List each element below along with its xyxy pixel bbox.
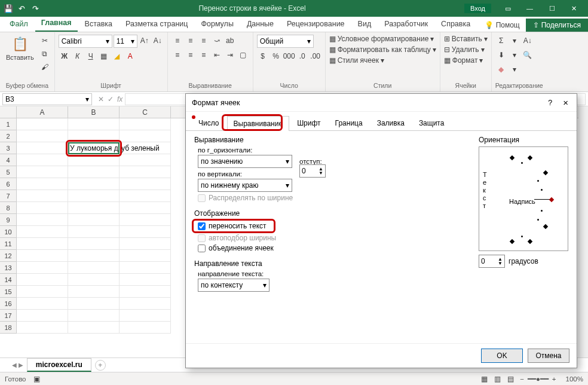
close-icon[interactable]: ✕ bbox=[564, 2, 584, 14]
cell[interactable] bbox=[120, 154, 171, 166]
cut-icon[interactable]: ✂ bbox=[39, 35, 51, 47]
tab-data[interactable]: Данные bbox=[241, 17, 280, 32]
align-middle-icon[interactable]: ≡ bbox=[185, 35, 197, 47]
cell[interactable] bbox=[68, 238, 120, 250]
cell[interactable] bbox=[120, 262, 171, 274]
row-header[interactable]: 17 bbox=[0, 310, 17, 322]
format-painter-icon[interactable]: 🖌 bbox=[39, 61, 51, 73]
paste-button[interactable]: 📋 Вставить bbox=[4, 35, 36, 73]
cell[interactable] bbox=[17, 250, 68, 262]
cell[interactable] bbox=[120, 178, 171, 190]
cell[interactable] bbox=[17, 130, 68, 142]
select-all-corner[interactable] bbox=[0, 106, 17, 118]
cell[interactable] bbox=[17, 274, 68, 286]
macro-record-icon[interactable]: ▣ bbox=[31, 373, 43, 385]
row-header[interactable]: 1 bbox=[0, 118, 17, 130]
wrap-text-checkbox[interactable]: переносить текст bbox=[198, 222, 267, 230]
insert-cells-button[interactable]: ⊞Вставить▾ bbox=[444, 35, 488, 43]
comma-icon[interactable]: 000 bbox=[283, 50, 295, 62]
dialog-tab-number[interactable]: Число bbox=[192, 115, 226, 130]
delete-cells-button[interactable]: ⊟Удалить▾ bbox=[444, 45, 488, 54]
cell[interactable] bbox=[120, 322, 171, 334]
row-header[interactable]: 3 bbox=[0, 142, 17, 154]
ok-button[interactable]: OK bbox=[481, 349, 523, 363]
orientation-control[interactable]: Т е к с т Надпись bbox=[479, 146, 568, 251]
shrink-font-icon[interactable]: A↓ bbox=[152, 35, 164, 47]
cell[interactable] bbox=[120, 274, 171, 286]
grow-font-icon[interactable]: A↑ bbox=[139, 35, 151, 47]
cell[interactable] bbox=[68, 118, 120, 130]
border-icon[interactable]: ▦ bbox=[98, 50, 110, 62]
row-header[interactable]: 16 bbox=[0, 298, 17, 310]
cell[interactable] bbox=[68, 154, 120, 166]
orientation-handle[interactable] bbox=[549, 197, 554, 202]
cell[interactable] bbox=[120, 286, 171, 298]
tab-insert[interactable]: Вставка bbox=[79, 17, 118, 32]
zoom-out-icon[interactable]: − bbox=[520, 375, 524, 383]
autosum-icon[interactable]: Σ bbox=[495, 35, 507, 47]
cell[interactable] bbox=[17, 154, 68, 166]
cell[interactable] bbox=[68, 274, 120, 286]
cell[interactable] bbox=[120, 298, 171, 310]
cell[interactable] bbox=[68, 202, 120, 214]
tab-review[interactable]: Рецензирование bbox=[281, 17, 351, 32]
tab-view[interactable]: Вид bbox=[352, 17, 378, 32]
cell[interactable] bbox=[120, 130, 171, 142]
tab-file[interactable]: Файл bbox=[4, 17, 34, 32]
cell[interactable] bbox=[17, 322, 68, 334]
cell[interactable] bbox=[17, 166, 68, 178]
chevron-down-icon[interactable]: ▾ bbox=[509, 35, 520, 47]
cell[interactable] bbox=[17, 262, 68, 274]
cell[interactable] bbox=[68, 190, 120, 202]
chevron-down-icon[interactable]: ▾ bbox=[509, 63, 520, 75]
cell-styles-button[interactable]: ▦Стили ячеек▾ bbox=[329, 56, 436, 65]
cancel-button[interactable]: Отмена bbox=[528, 349, 569, 363]
cell[interactable]: У лукоморья д bbox=[68, 142, 120, 154]
save-icon[interactable]: 💾 bbox=[4, 4, 13, 13]
col-header-b[interactable]: B bbox=[68, 106, 120, 118]
cell[interactable] bbox=[68, 178, 120, 190]
row-header[interactable]: 4 bbox=[0, 154, 17, 166]
cell[interactable] bbox=[17, 286, 68, 298]
cell[interactable] bbox=[120, 190, 171, 202]
fx-icon[interactable]: fx bbox=[117, 95, 122, 103]
dialog-tab-border[interactable]: Граница bbox=[329, 115, 369, 130]
share-button[interactable]: ⇪Поделиться bbox=[526, 19, 588, 32]
zoom-slider[interactable]: ━━●━━ bbox=[528, 375, 549, 383]
cell[interactable] bbox=[68, 310, 120, 322]
increase-indent-icon[interactable]: ⇥ bbox=[224, 49, 236, 61]
clear-icon[interactable]: ◆ bbox=[495, 63, 507, 75]
cell[interactable] bbox=[68, 166, 120, 178]
cell[interactable] bbox=[17, 190, 68, 202]
cell[interactable] bbox=[68, 298, 120, 310]
dialog-help-icon[interactable]: ? bbox=[548, 99, 552, 107]
cell[interactable] bbox=[17, 214, 68, 226]
redo-icon[interactable]: ↷ bbox=[31, 4, 40, 13]
cell[interactable] bbox=[68, 250, 120, 262]
maximize-icon[interactable]: ☐ bbox=[541, 2, 562, 14]
row-header[interactable]: 5 bbox=[0, 166, 17, 178]
number-format-select[interactable]: Общий▾ bbox=[257, 35, 314, 48]
normal-view-icon[interactable]: ▦ bbox=[478, 373, 490, 385]
tellme-search[interactable]: 💡Помощ bbox=[480, 19, 525, 32]
dialog-tab-protection[interactable]: Защита bbox=[412, 115, 451, 130]
chevron-down-icon[interactable]: ▾ bbox=[509, 49, 520, 61]
row-header[interactable]: 12 bbox=[0, 250, 17, 262]
cell[interactable] bbox=[68, 262, 120, 274]
orientation-icon[interactable]: ⤻ bbox=[211, 35, 223, 47]
cell[interactable] bbox=[17, 298, 68, 310]
italic-button[interactable]: К bbox=[72, 50, 84, 62]
row-header[interactable]: 6 bbox=[0, 178, 17, 190]
cell[interactable] bbox=[68, 214, 120, 226]
cell[interactable] bbox=[17, 118, 68, 130]
cell[interactable] bbox=[17, 202, 68, 214]
cell[interactable] bbox=[17, 142, 68, 154]
dialog-tab-fill[interactable]: Заливка bbox=[370, 115, 411, 130]
row-header[interactable]: 13 bbox=[0, 262, 17, 274]
row-header[interactable]: 18 bbox=[0, 322, 17, 334]
minimize-icon[interactable]: — bbox=[519, 2, 540, 14]
merge-cells-checkbox[interactable]: объединение ячеек bbox=[198, 244, 467, 252]
vertical-align-select[interactable]: по нижнему краю▾ bbox=[198, 179, 292, 192]
font-size-select[interactable]: 11▾ bbox=[114, 35, 137, 48]
zoom-level[interactable]: 100% bbox=[566, 375, 583, 383]
